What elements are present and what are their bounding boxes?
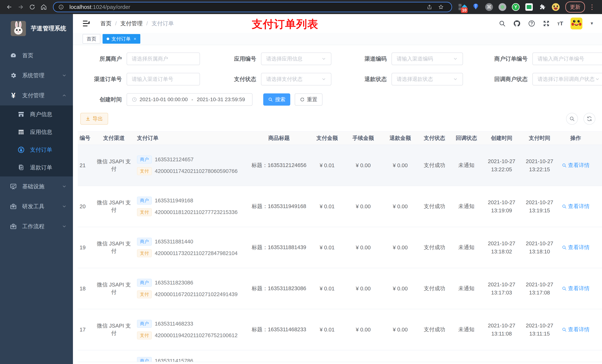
chevron-down-icon[interactable]: ▼ [590,21,594,26]
filter-input-所属商户[interactable]: 请选择所属商户 [127,52,200,65]
filter-select-渠道编码[interactable]: 请输入渠道编码 [392,52,463,65]
app-title: 芋道管理系统 [31,24,66,32]
cell-pay-status: 支付成功 [419,285,450,292]
column-header: 手续金额 [345,135,382,142]
font-size-icon[interactable]: TT [557,20,563,27]
merchant-tag: 商户 [137,320,152,328]
export-button[interactable]: 导出 [80,113,108,125]
browser-update-button[interactable]: 更新 [565,1,585,13]
browser-home-button[interactable] [39,2,49,12]
sidebar-menu: 首页系统管理¥支付管理商户信息应用信息支付订单退款订单基础设施研发工具工作流程 [0,43,73,236]
search-button[interactable]: 搜索 [263,94,290,106]
sidebar-subitem-商户信息[interactable]: 商户信息 [0,105,73,123]
sidebar-subitem-应用信息[interactable]: 应用信息 [0,123,73,141]
column-header: 支付时间 [521,135,559,142]
table-toolbar: 导出 [80,113,602,125]
search-icon[interactable] [499,20,506,27]
fullscreen-icon[interactable] [543,20,550,27]
view-detail-link[interactable]: 查看详情 [562,203,590,210]
cell-paid-time: 2021-10-2713:18:10 [521,239,559,256]
breadcrumb-item[interactable]: 支付管理 [120,20,142,27]
cell-fee: ¥ 0.00 [345,162,382,168]
profile-avatar-icon[interactable] [552,3,560,11]
filter-label: 创建时间 [80,96,127,104]
extensions-puzzle-icon[interactable] [538,3,547,11]
browser-forward-button[interactable] [16,2,26,12]
cell-fee: ¥ 0.00 [345,327,382,333]
cell-fee: ¥ 0.00 [345,286,382,292]
chevron-down-icon [321,77,326,82]
help-icon[interactable] [528,20,535,27]
view-detail-link[interactable]: 查看详情 [562,162,590,169]
reset-button[interactable]: 重置 [295,94,322,106]
browser-back-button[interactable] [4,2,14,12]
filter-select-应用编号[interactable]: 请选择应用信息 [261,52,331,65]
filter-label: 应用编号 [200,55,261,63]
cell-created-time: 2021-10-2713:19:09 [483,198,521,215]
column-header: 支付渠道 [93,135,135,142]
extension-dot-icon[interactable] [498,3,506,11]
page-annotation-title: 支付订单列表 [252,17,318,31]
table-header-row: 编号支付渠道支付订单商品标题支付金额手续金额退款金额支付状态回调状态创建时间支付… [78,131,602,145]
cell-paid-time: 2021-10-2713:22:15 [521,157,559,174]
toggle-search-icon[interactable] [566,113,578,125]
cell-channel: 微信 JSAPI 支付 [93,281,135,296]
share-icon[interactable] [427,4,432,10]
sidebar-item-系统管理[interactable]: 系统管理 [0,65,73,85]
chevron-down-icon [321,56,326,61]
sidebar-item-研发工具[interactable]: 研发工具 [0,197,73,216]
view-detail-link[interactable]: 查看详情 [562,285,590,292]
cell-refund: ¥ 0.00 [382,286,419,292]
refresh-icon[interactable] [583,113,595,125]
sidebar-item-支付管理[interactable]: ¥支付管理 [0,85,73,105]
date-range-input[interactable]: 2021-10-01 00:00:00 - 2021-10-31 23:59:5… [127,93,252,106]
view-detail-link[interactable]: 查看详情 [562,326,590,333]
extension-command-icon[interactable]: ⌘ [485,3,493,11]
active-tab-dot [107,38,109,40]
page-info-icon[interactable] [58,4,64,10]
github-icon[interactable] [513,20,521,27]
tab-支付订单[interactable]: 支付订单× [103,34,140,44]
close-icon[interactable]: × [134,36,136,42]
filter-label: 渠道编码 [331,55,392,63]
sidebar-item-工作流程[interactable]: 工作流程 [0,216,73,236]
cell-action: 查看详情 [559,285,593,292]
sidebar-collapse-icon[interactable] [83,20,90,27]
pay-tag: 支付 [137,249,152,257]
sidebar-item-label: 商户信息 [30,111,67,118]
filter-select-退款状态[interactable]: 请选择退款状态 [392,73,463,85]
extension-chat-icon[interactable] [525,3,533,11]
topbar: 首页/支付管理/支付订单 支付订单列表 TT ▼ [73,14,602,33]
app-logo[interactable]: 芋道管理系统 [0,14,73,43]
browser-menu-icon[interactable]: ⋮ [587,3,598,11]
browser-reload-button[interactable] [27,2,37,12]
extension-badge: 10 [461,7,468,13]
tab-首页[interactable]: 首页 [83,34,100,44]
sidebar-subitem-退款订单[interactable]: 退款订单 [0,159,73,177]
breadcrumb-item[interactable]: 首页 [100,20,111,27]
user-avatar[interactable] [570,18,582,29]
orders-table: 编号支付渠道支付订单商品标题支付金额手续金额退款金额支付状态回调状态创建时间支付… [78,131,602,362]
filter-input-渠道订单号[interactable]: 请输入渠道订单号 [127,73,200,85]
cell-title: 标题：1635311949168 [248,203,310,210]
view-detail-link[interactable]: 查看详情 [562,244,590,251]
cell-paid-time: 2021-10-2713:11:15 [521,322,559,338]
magnifier-icon [562,327,567,332]
extension-balloon-icon[interactable] [472,3,480,11]
filter-select-回调商户状态[interactable]: 请选择订单回调商户状态 [532,73,602,85]
order-number: 1635311823086 [155,280,193,286]
sidebar-subitem-支付订单[interactable]: 支付订单 [0,141,73,159]
extension-grid-icon[interactable]: 10 [458,3,466,11]
sidebar-item-基础设施[interactable]: 基础设施 [0,177,73,197]
sidebar-item-首页[interactable]: 首页 [0,45,73,65]
filter-select-支付状态[interactable]: 请选择支付状态 [261,73,331,85]
extension-y-icon[interactable]: Y [512,3,520,11]
address-bar[interactable]: localhost:1024/pay/order [53,2,452,12]
bookmark-star-icon[interactable] [438,4,444,10]
cell-refund: ¥ 0.00 [382,327,419,333]
breadcrumb-separator: / [115,20,117,27]
placeholder-text: 请选择应用信息 [266,55,321,62]
filter-input-商户订单编号[interactable]: 请输入商户订单编号 [532,52,602,65]
cell-channel: 微信 JSAPI 支付 [93,240,135,255]
tab-label: 首页 [87,36,96,42]
